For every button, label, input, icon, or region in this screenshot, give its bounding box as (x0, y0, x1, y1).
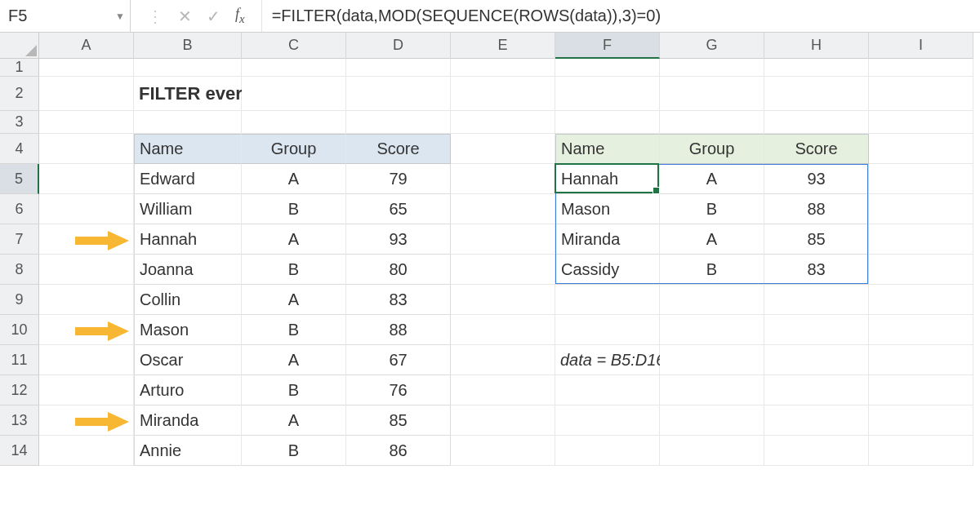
cell-B9[interactable]: Collin (134, 285, 242, 315)
cell-F9[interactable] (555, 285, 660, 315)
cell-D9[interactable]: 83 (346, 285, 451, 315)
cell-I2[interactable] (869, 77, 973, 111)
cell-B3[interactable] (134, 111, 242, 134)
cell-G1[interactable] (660, 59, 764, 77)
cell-G5[interactable]: A (660, 164, 764, 194)
cell-G9[interactable] (660, 285, 764, 315)
cell-F4[interactable]: Name (555, 134, 660, 164)
cell-C3[interactable] (242, 111, 346, 134)
cell-D4[interactable]: Score (346, 134, 451, 164)
cell-E7[interactable] (451, 224, 555, 255)
cell-C11[interactable]: A (242, 345, 346, 375)
column-header-I[interactable]: I (869, 33, 973, 59)
cell-A8[interactable] (39, 255, 134, 285)
cancel-icon[interactable]: ✕ (178, 7, 192, 26)
row-header-8[interactable]: 8 (0, 255, 39, 285)
cell-D7[interactable]: 93 (346, 224, 451, 255)
row-header-2[interactable]: 2 (0, 77, 39, 111)
cell-I11[interactable] (869, 345, 973, 375)
cell-I14[interactable] (869, 436, 973, 466)
cell-H2[interactable] (764, 77, 869, 111)
cell-A4[interactable] (39, 134, 134, 164)
cell-I3[interactable] (869, 111, 973, 134)
cell-F11[interactable]: data = B5:D16 (555, 345, 660, 375)
row-header-5[interactable]: 5 (0, 164, 39, 194)
cell-E12[interactable] (451, 375, 555, 405)
cell-E2[interactable] (451, 77, 555, 111)
cell-H3[interactable] (764, 111, 869, 134)
cell-F12[interactable] (555, 375, 660, 405)
cell-A6[interactable] (39, 194, 134, 224)
cell-D10[interactable]: 88 (346, 315, 451, 345)
row-header-6[interactable]: 6 (0, 194, 39, 224)
name-box-dropdown-icon[interactable]: ▼ (115, 11, 125, 22)
cell-B11[interactable]: Oscar (134, 345, 242, 375)
cell-E6[interactable] (451, 194, 555, 224)
cell-D2[interactable] (346, 77, 451, 111)
cell-I7[interactable] (869, 224, 973, 255)
cell-I8[interactable] (869, 255, 973, 285)
cell-B7[interactable]: Hannah (134, 224, 242, 255)
cell-C2[interactable] (242, 77, 346, 111)
cell-F7[interactable]: Miranda (555, 224, 660, 255)
cell-I5[interactable] (869, 164, 973, 194)
cell-G4[interactable]: Group (660, 134, 764, 164)
name-box[interactable]: F5 ▼ (0, 0, 131, 32)
row-header-12[interactable]: 12 (0, 375, 39, 405)
cell-C8[interactable]: B (242, 255, 346, 285)
cell-E5[interactable] (451, 164, 555, 194)
cell-E13[interactable] (451, 405, 555, 436)
cell-G3[interactable] (660, 111, 764, 134)
cell-C6[interactable]: B (242, 194, 346, 224)
column-header-E[interactable]: E (451, 33, 555, 59)
cell-G6[interactable]: B (660, 194, 764, 224)
fx-icon[interactable]: fx (235, 6, 245, 26)
column-header-G[interactable]: G (660, 33, 764, 59)
cell-H6[interactable]: 88 (764, 194, 869, 224)
cell-E10[interactable] (451, 315, 555, 345)
cell-C14[interactable]: B (242, 436, 346, 466)
cell-H10[interactable] (764, 315, 869, 345)
cell-E8[interactable] (451, 255, 555, 285)
cell-A12[interactable] (39, 375, 134, 405)
cell-F2[interactable] (555, 77, 660, 111)
cell-H13[interactable] (764, 405, 869, 436)
cell-D8[interactable]: 80 (346, 255, 451, 285)
cell-G14[interactable] (660, 436, 764, 466)
cell-F14[interactable] (555, 436, 660, 466)
cell-H5[interactable]: 93 (764, 164, 869, 194)
cell-F10[interactable] (555, 315, 660, 345)
cell-H12[interactable] (764, 375, 869, 405)
cell-D13[interactable]: 85 (346, 405, 451, 436)
row-header-9[interactable]: 9 (0, 285, 39, 315)
cell-B14[interactable]: Annie (134, 436, 242, 466)
cell-B2[interactable]: FILTER every nth row (134, 77, 242, 111)
row-header-3[interactable]: 3 (0, 111, 39, 134)
cell-E1[interactable] (451, 59, 555, 77)
cell-B10[interactable]: Mason (134, 315, 242, 345)
cell-G13[interactable] (660, 405, 764, 436)
cell-A9[interactable] (39, 285, 134, 315)
cell-B4[interactable]: Name (134, 134, 242, 164)
cell-F1[interactable] (555, 59, 660, 77)
cell-A2[interactable] (39, 77, 134, 111)
cell-F13[interactable] (555, 405, 660, 436)
cell-D3[interactable] (346, 111, 451, 134)
cell-F8[interactable]: Cassidy (555, 255, 660, 285)
cell-B8[interactable]: Joanna (134, 255, 242, 285)
column-header-F[interactable]: F (555, 33, 660, 59)
row-header-7[interactable]: 7 (0, 224, 39, 255)
cell-G2[interactable] (660, 77, 764, 111)
cell-C5[interactable]: A (242, 164, 346, 194)
cell-D12[interactable]: 76 (346, 375, 451, 405)
cell-D6[interactable]: 65 (346, 194, 451, 224)
cell-I9[interactable] (869, 285, 973, 315)
cell-F6[interactable]: Mason (555, 194, 660, 224)
cell-B13[interactable]: Miranda (134, 405, 242, 436)
cell-E9[interactable] (451, 285, 555, 315)
accept-icon[interactable]: ✓ (207, 7, 220, 26)
formula-text[interactable]: =FILTER(data,MOD(SEQUENCE(ROWS(data)),3)… (262, 7, 670, 25)
row-header-11[interactable]: 11 (0, 345, 39, 375)
cell-D5[interactable]: 79 (346, 164, 451, 194)
cell-C1[interactable] (242, 59, 346, 77)
